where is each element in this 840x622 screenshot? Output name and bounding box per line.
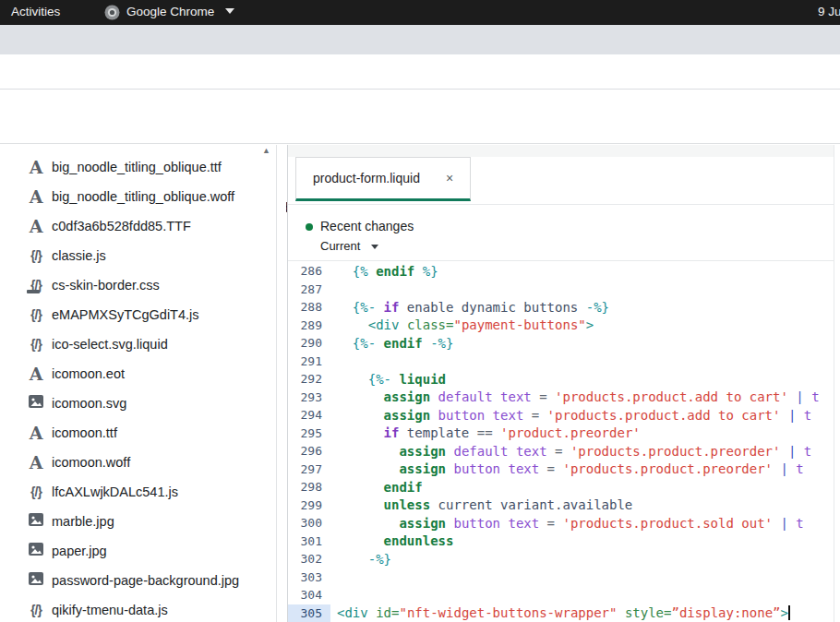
code-line-304[interactable]: 304 xyxy=(288,586,834,604)
address-bar: ← → ⟳ towerrecords.myshopify.com/admin/t… xyxy=(0,54,840,90)
file-name: icomoon.eot xyxy=(52,366,125,381)
file-item-c0df3a6b528fdd85.TTF[interactable]: Ac0df3a6b528fdd85.TTF xyxy=(0,211,264,241)
file-item-paper.jpg[interactable]: paper.jpg xyxy=(0,536,264,566)
file-item-big_noodle_titling_oblique.woff[interactable]: Abig_noodle_titling_oblique.woff xyxy=(0,182,264,211)
open-file-tab[interactable]: product-form.liquid × xyxy=(295,157,471,201)
version-selector[interactable]: Current xyxy=(320,239,360,253)
code-line-300[interactable]: 300 assign button_text = 'products.produ… xyxy=(288,514,834,532)
code-line-text[interactable]: endif xyxy=(330,480,423,495)
code-line-303[interactable]: 303 xyxy=(288,568,834,587)
file-item-cs-skin-border.css[interactable]: {/}cs-skin-border.css xyxy=(0,270,264,300)
line-number: 295 xyxy=(288,425,330,443)
version-caret-icon[interactable] xyxy=(371,245,378,249)
code-line-text[interactable]: if template == 'product.preorder' xyxy=(330,425,641,440)
code-area[interactable]: 286 {% endif %}287288 {%- if enable_dyna… xyxy=(288,262,834,622)
file-item-qikify-tmenu-data.js[interactable]: {/}qikify-tmenu-data.js xyxy=(0,595,264,622)
code-line-305[interactable]: 305<div id="nft-widget-buttons-wrapper" … xyxy=(288,604,834,622)
code-line-text[interactable]: endunless xyxy=(330,533,453,548)
file-tab-label: product-form.liquid xyxy=(313,171,420,185)
line-number: 293 xyxy=(288,389,330,407)
file-sidebar: ▲ Abig_noodle_titling_oblique.ttfAbig_no… xyxy=(0,145,286,622)
code-line-301[interactable]: 301 endunless xyxy=(288,532,834,551)
code-file-icon: {/} xyxy=(24,278,48,293)
editor-tabbar-strip xyxy=(288,145,834,157)
code-line-291[interactable]: 291 xyxy=(288,353,834,371)
file-name: big_noodle_titling_oblique.woff xyxy=(52,189,234,204)
code-line-text[interactable]: unless current_variant.available xyxy=(330,497,632,512)
code-line-text[interactable]: {%- if enable_dynamic_buttons -%} xyxy=(330,300,609,315)
code-line-text[interactable]: assign button_text = 'products.product.p… xyxy=(330,461,804,476)
line-number: 303 xyxy=(288,568,330,587)
code-file-icon: {/} xyxy=(24,484,48,499)
file-item-icomoon.ttf[interactable]: Aicomoon.ttf xyxy=(0,418,264,448)
file-item-icomoon.svg[interactable]: icomoon.svg xyxy=(0,389,264,418)
font-file-icon: A xyxy=(24,186,48,207)
code-line-text[interactable]: {%- endif -%} xyxy=(330,336,453,351)
file-name: big_noodle_titling_oblique.ttf xyxy=(52,160,222,174)
line-number: 301 xyxy=(288,532,330,551)
clock[interactable]: 9 Ju xyxy=(818,5,840,18)
line-number: 302 xyxy=(288,550,330,568)
line-number: 291 xyxy=(288,353,330,371)
code-line-text[interactable]: <div id="nft-widget-buttons-wrapper" sty… xyxy=(330,605,790,620)
file-item-eMAPMXSyTCgGdiT4.js[interactable]: {/}eMAPMXSyTCgGdiT4.js xyxy=(0,300,264,329)
image-file-icon xyxy=(24,394,48,413)
file-item-ico-select.svg.liquid[interactable]: {/}ico-select.svg.liquid xyxy=(0,329,264,359)
activities-button[interactable]: Activities xyxy=(11,5,60,18)
code-line-text[interactable]: <div class="payment-buttons"> xyxy=(330,317,594,332)
system-top-bar: Activities Google Chrome 9 Ju xyxy=(0,0,840,25)
file-name: cs-skin-border.css xyxy=(52,278,160,293)
file-item-marble.jpg[interactable]: marble.jpg xyxy=(0,507,264,536)
code-line-289[interactable]: 289 <div class="payment-buttons"> xyxy=(288,317,834,335)
file-name: qikify-tmenu-data.js xyxy=(52,603,168,617)
code-line-287[interactable]: 287 xyxy=(288,281,834,299)
file-item-lfcAXLwjkDALc541.js[interactable]: {/}lfcAXLwjkDALc541.js xyxy=(0,477,264,507)
version-bar: Recent changes Current xyxy=(288,205,834,261)
code-line-295[interactable]: 295 if template == 'product.preorder' xyxy=(288,425,834,443)
code-line-292[interactable]: 292 {%- liquid xyxy=(288,370,834,389)
file-tab-close-icon[interactable]: × xyxy=(446,171,453,185)
file-name: icomoon.svg xyxy=(52,396,126,411)
file-name: icomoon.woff xyxy=(52,455,130,470)
font-file-icon: A xyxy=(24,216,48,236)
code-line-294[interactable]: 294 assign button_text = 'products.produ… xyxy=(288,406,834,425)
scrollbar-track[interactable] xyxy=(276,145,277,622)
code-line-286[interactable]: 286 {% endif %} xyxy=(288,262,834,281)
line-number: 299 xyxy=(288,496,330,515)
code-line-text[interactable]: assign button_text = 'products.product.s… xyxy=(330,516,804,531)
code-line-298[interactable]: 298 endif xyxy=(288,478,834,496)
code-line-text[interactable]: {% endif %} xyxy=(330,264,438,279)
code-line-text[interactable]: assign button_text = 'products.product.a… xyxy=(330,408,811,423)
file-item-password-page-background.jpg[interactable]: password-page-background.jpg xyxy=(0,566,264,595)
code-line-text[interactable]: assign default_text = 'products.product.… xyxy=(330,444,811,459)
file-item-icomoon.woff[interactable]: Aicomoon.woff xyxy=(0,448,264,477)
file-name: marble.jpg xyxy=(52,514,114,529)
image-file-icon xyxy=(24,542,48,560)
code-line-text[interactable]: -%} xyxy=(330,552,391,567)
app-menu[interactable]: Google Chrome xyxy=(126,5,214,18)
code-line-text[interactable]: assign default_text = 'products.product.… xyxy=(330,389,820,404)
font-file-icon: A xyxy=(24,364,48,384)
line-number: 292 xyxy=(288,370,330,389)
recent-changes-dot-icon xyxy=(306,223,313,231)
code-file-icon: {/} xyxy=(24,603,48,617)
editor-right-border xyxy=(834,145,834,622)
font-file-icon: A xyxy=(24,157,48,177)
code-line-299[interactable]: 299 unless current_variant.available xyxy=(288,496,834,515)
code-line-293[interactable]: 293 assign default_text = 'products.prod… xyxy=(288,389,834,407)
file-item-classie.js[interactable]: {/}classie.js xyxy=(0,241,264,270)
screen: Activities Google Chrome 9 Ju cata×cata×… xyxy=(0,0,840,622)
code-line-text[interactable]: {%- liquid xyxy=(330,372,446,387)
code-line-288[interactable]: 288 {%- if enable_dynamic_buttons -%} xyxy=(288,298,834,317)
file-name: lfcAXLwjkDALc541.js xyxy=(52,484,178,499)
file-item-big_noodle_titling_oblique.ttf[interactable]: Abig_noodle_titling_oblique.ttf xyxy=(0,152,264,182)
file-item-icomoon.eot[interactable]: Aicomoon.eot xyxy=(0,359,264,389)
file-name: classie.js xyxy=(52,248,106,263)
code-line-296[interactable]: 296 assign default_text = 'products.prod… xyxy=(288,442,834,461)
line-number: 300 xyxy=(288,514,330,532)
file-name: password-page-background.jpg xyxy=(52,573,239,588)
file-name: paper.jpg xyxy=(52,544,107,558)
code-line-290[interactable]: 290 {%- endif -%} xyxy=(288,334,834,353)
code-line-297[interactable]: 297 assign button_text = 'products.produ… xyxy=(288,461,834,479)
code-line-302[interactable]: 302 -%} xyxy=(288,550,834,568)
